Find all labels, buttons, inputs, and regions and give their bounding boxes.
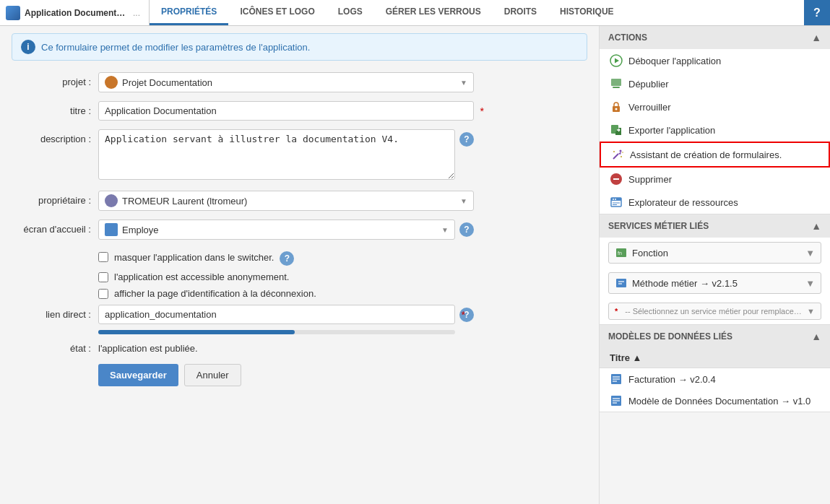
wand-icon bbox=[611, 148, 624, 161]
modele-icon bbox=[610, 394, 623, 407]
form-row-projet: projet : Projet Documentation ▼ bbox=[12, 72, 587, 92]
svg-point-21 bbox=[613, 199, 614, 200]
service-remplacer-dropdown[interactable]: * -- Sélectionnez un service métier pour… bbox=[608, 303, 821, 320]
checkbox-switcher-label: masquer l'application dans le switcher. bbox=[114, 252, 274, 263]
services-section: SERVICES MÉTIER LIÉS ▲ fn Fonction ▼ bbox=[600, 214, 830, 325]
svg-point-15 bbox=[621, 156, 622, 157]
actions-header[interactable]: ACTIONS ▲ bbox=[600, 26, 830, 49]
service-fonction: fn Fonction ▼ bbox=[600, 238, 830, 268]
model-modele-donnees[interactable]: Modèle de Données Documentation → v1.0 bbox=[600, 390, 830, 412]
label-titre: titre : bbox=[12, 101, 98, 116]
etat-row: état : l'application est publiée. bbox=[12, 343, 587, 354]
checkbox-deconnexion-label: afficher la page d'identification à la d… bbox=[114, 288, 316, 299]
checkbox-anonymous[interactable] bbox=[98, 272, 108, 282]
proprietaire-icon bbox=[105, 194, 118, 207]
checkbox-deconnexion[interactable] bbox=[98, 289, 108, 299]
svg-point-22 bbox=[615, 199, 616, 200]
cancel-button[interactable]: Annuler bbox=[184, 364, 241, 386]
actions-section: ACTIONS ▲ Déboquer l'application Dépubli… bbox=[600, 26, 830, 214]
lien-control: * ? bbox=[98, 305, 474, 334]
app-title-area: Application Documentation ... bbox=[0, 0, 150, 25]
svg-text:fn: fn bbox=[618, 251, 622, 256]
service-fonction-arrow: ▼ bbox=[805, 248, 815, 258]
action-debug[interactable]: Déboquer l'application bbox=[600, 49, 830, 72]
tab-droits[interactable]: DROITS bbox=[493, 0, 548, 25]
action-depublier[interactable]: Dépublier bbox=[600, 72, 830, 95]
save-button[interactable]: Sauvegarder bbox=[98, 364, 178, 386]
tab-proprietes[interactable]: PROPRIÉTÉS bbox=[150, 0, 228, 25]
info-icon: i bbox=[21, 40, 35, 54]
form-area: i Ce formulaire permet de modifier les p… bbox=[0, 26, 599, 504]
proprietaire-value: TROMEUR Laurent (ltromeur) bbox=[122, 196, 456, 207]
action-explorateur[interactable]: Explorateur de ressources bbox=[600, 191, 830, 214]
models-title: MODÈLES DE DONNÉES LIÉS bbox=[608, 331, 732, 342]
description-textarea[interactable] bbox=[98, 129, 455, 180]
checkbox-row-3: afficher la page d'identification à la d… bbox=[98, 288, 587, 299]
unpublish-icon bbox=[610, 77, 623, 90]
action-supprimer[interactable]: Supprimer bbox=[600, 168, 830, 191]
lien-progress-bar bbox=[98, 330, 295, 334]
projet-value: Projet Documentation bbox=[122, 77, 456, 88]
service-methode-label: Méthode métier → v2.1.5 bbox=[632, 278, 738, 289]
tab-logs[interactable]: LOGS bbox=[327, 0, 374, 25]
ecran-icon bbox=[105, 223, 118, 236]
description-help[interactable]: ? bbox=[459, 132, 474, 147]
tab-historique[interactable]: HISTORIQUE bbox=[548, 0, 625, 25]
models-column-header: Titre ▲ bbox=[600, 348, 830, 368]
titre-control: * bbox=[98, 101, 474, 121]
ecran-help[interactable]: ? bbox=[459, 222, 474, 237]
fonction-icon: fn bbox=[615, 246, 628, 259]
label-etat: état : bbox=[12, 343, 98, 354]
tab-verrous[interactable]: GÉRER LES VERROUS bbox=[374, 0, 493, 25]
form-row-ecran: écran d'accueil : Employe ▼ ? bbox=[12, 220, 587, 240]
models-column-titre: Titre ▲ bbox=[610, 352, 641, 363]
form-row-proprietaire: propriétaire : TROMEUR Laurent (ltromeur… bbox=[12, 191, 587, 211]
ecran-value: Employe bbox=[122, 225, 437, 235]
service-remplacer-arrow: ▼ bbox=[807, 307, 815, 316]
models-header[interactable]: MODÈLES DE DONNÉES LIÉS ▲ bbox=[600, 325, 830, 348]
action-exporter[interactable]: Exporter l'application bbox=[600, 118, 830, 142]
action-assistant[interactable]: Assistant de création de formulaires. bbox=[600, 142, 830, 168]
service-fonction-dropdown[interactable]: fn Fonction ▼ bbox=[608, 242, 821, 264]
action-depublier-label: Dépublier bbox=[628, 79, 669, 90]
svg-rect-27 bbox=[616, 279, 626, 287]
label-projet: projet : bbox=[12, 72, 98, 87]
svg-marker-12 bbox=[618, 152, 621, 155]
checkbox-anonymous-label: l'application est accessible anonymement… bbox=[114, 271, 289, 282]
checkbox-row-2: l'application est accessible anonymement… bbox=[98, 271, 587, 282]
help-button[interactable]: ? bbox=[804, 0, 830, 25]
facturation-label: Facturation → v2.0.4 bbox=[628, 374, 716, 385]
actions-title: ACTIONS bbox=[608, 32, 647, 43]
model-facturation[interactable]: Facturation → v2.0.4 bbox=[600, 368, 830, 390]
checkbox-switcher[interactable] bbox=[98, 252, 108, 262]
modele-donnees-label: Modèle de Données Documentation → v1.0 bbox=[628, 396, 810, 407]
label-lien: lien direct : bbox=[12, 305, 98, 320]
projet-select[interactable]: Projet Documentation ▼ bbox=[98, 72, 474, 92]
service-methode-arrow: ▼ bbox=[805, 278, 815, 289]
tab-icones[interactable]: ICÔNES ET LOGO bbox=[228, 0, 326, 25]
action-explorateur-label: Explorateur de ressources bbox=[628, 197, 738, 208]
proprietaire-select[interactable]: TROMEUR Laurent (ltromeur) ▼ bbox=[98, 191, 474, 211]
action-verrouiller[interactable]: Verrouiller bbox=[600, 95, 830, 118]
actions-chevron: ▲ bbox=[811, 32, 821, 43]
lien-input[interactable] bbox=[98, 305, 455, 324]
service-methode-dropdown[interactable]: Méthode métier → v2.1.5 ▼ bbox=[608, 272, 821, 294]
checkbox1-help[interactable]: ? bbox=[280, 251, 294, 266]
service-methode: Méthode métier → v2.1.5 ▼ bbox=[600, 268, 830, 298]
ecran-select[interactable]: Employe ▼ bbox=[98, 220, 455, 240]
projet-control: Projet Documentation ▼ bbox=[98, 72, 474, 92]
lien-required: * bbox=[462, 309, 465, 321]
service-fonction-label: Fonction bbox=[632, 248, 668, 258]
form-row-description: description : ? bbox=[12, 129, 587, 182]
services-header[interactable]: SERVICES MÉTIER LIÉS ▲ bbox=[600, 214, 830, 238]
delete-icon bbox=[610, 173, 623, 186]
projet-arrow: ▼ bbox=[460, 79, 467, 87]
titre-input[interactable] bbox=[98, 101, 474, 121]
svg-rect-3 bbox=[613, 87, 620, 88]
service-remplacer-label: -- Sélectionnez un service métier pour r… bbox=[625, 307, 803, 316]
btn-row: Sauvegarder Annuler bbox=[98, 364, 587, 386]
info-banner: i Ce formulaire permet de modifier les p… bbox=[12, 33, 587, 61]
play-icon bbox=[610, 54, 623, 67]
top-nav: Application Documentation ... PROPRIÉTÉS… bbox=[0, 0, 830, 26]
action-debug-label: Déboquer l'application bbox=[628, 56, 721, 66]
